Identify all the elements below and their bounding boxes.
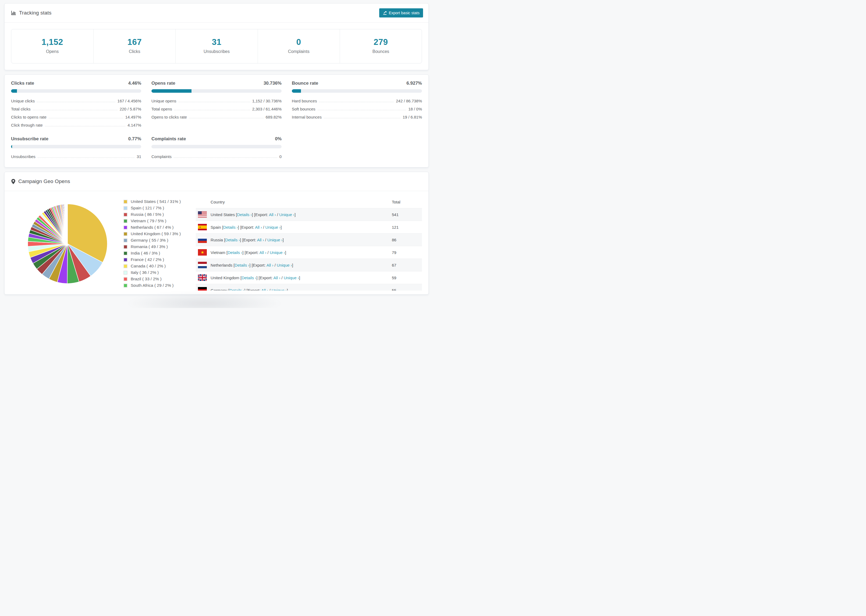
geo-details-link[interactable]: Details › [235, 263, 249, 267]
geo-export-prefix: ] [Export: [238, 225, 255, 229]
summary-stats-grid: 1,152Opens167Clicks31Unsubscribes0Compla… [11, 29, 422, 63]
geo-export-unique-link[interactable]: Unique › [277, 263, 292, 267]
legend-item-brazil[interactable]: Brazil ( 33 / 2% ) [123, 277, 181, 281]
legend-item-united-kingdom[interactable]: United Kingdom ( 59 / 3% ) [123, 231, 181, 236]
stat-value: 1,152 [14, 37, 91, 47]
geo-export-unique-link[interactable]: Unique › [270, 250, 285, 255]
stat-label: Clicks [96, 49, 173, 54]
legend-swatch [123, 277, 128, 281]
geo-export-prefix: ] [Export: [240, 237, 257, 242]
legend-label: South Africa ( 29 / 2% ) [131, 283, 173, 288]
geo-total-value: 79 [390, 246, 422, 259]
geo-details-link[interactable]: Details › [230, 288, 244, 291]
geo-country-text: Vietnam [Details ›] [Export: All › / Uni… [211, 250, 286, 255]
geo-link-separator: / [266, 250, 270, 255]
geo-country-name: Russia [ [211, 237, 225, 242]
geo-table-row-vn: Vietnam [Details ›] [Export: All › / Uni… [196, 246, 422, 259]
dotted-leader [33, 110, 118, 110]
legend-swatch [123, 219, 128, 223]
export-icon [383, 11, 387, 15]
geo-export-unique-link[interactable]: Unique › [265, 225, 281, 229]
legend-item-russia[interactable]: Russia ( 86 / 5% ) [123, 212, 181, 217]
rate-value: 0% [275, 136, 282, 141]
rate-detail-label: Unique opens [151, 99, 176, 103]
rate-section-complaints-rate: Complaints rate0%Complaints0 [151, 136, 282, 161]
geo-export-all-link[interactable]: All › [274, 275, 280, 280]
geo-details-link[interactable]: Details › [223, 225, 238, 229]
geo-export-unique-link[interactable]: Unique › [272, 288, 287, 291]
geo-bracket-close: ] [280, 225, 282, 229]
geo-export-all-link[interactable]: All › [266, 263, 274, 267]
geo-opens-label: Campaign Geo Opens [18, 178, 70, 184]
rate-progress-fill [292, 89, 301, 93]
legend-swatch [123, 206, 128, 210]
rate-detail-row: Unique clicks167 / 4.456% [11, 97, 141, 105]
legend-swatch [123, 232, 128, 236]
legend-item-netherlands[interactable]: Netherlands ( 67 / 4% ) [123, 225, 181, 230]
rate-detail-value: 31 [137, 154, 141, 159]
geo-export-all-link[interactable]: All › [257, 237, 264, 242]
rate-detail-row: Complaints0 [151, 152, 282, 161]
geo-col-total: Total [390, 196, 422, 208]
legend-label: United States ( 541 / 31% ) [131, 199, 181, 204]
geo-export-prefix: ] [Export: [256, 275, 273, 280]
geo-table-row-us: United States [Details ›] [Export: All ›… [196, 208, 422, 221]
legend-swatch [123, 258, 128, 262]
geo-total-value: 55 [390, 284, 422, 291]
rate-detail-label: Soft bounces [292, 107, 315, 111]
geo-details-link[interactable]: Details › [241, 275, 256, 280]
geo-export-unique-link[interactable]: Unique › [267, 237, 283, 242]
legend-label: Vietnam ( 79 / 5% ) [131, 218, 166, 223]
geo-bracket-close: ] [299, 275, 300, 280]
stat-value: 167 [96, 37, 173, 47]
legend-item-france[interactable]: France ( 42 / 2% ) [123, 257, 181, 262]
rate-detail-value: 167 / 4.456% [118, 99, 141, 103]
rate-detail-label: Complaints [151, 154, 172, 159]
legend-item-spain[interactable]: Spain ( 121 / 7% ) [123, 206, 181, 211]
geo-details-link[interactable]: Details › [225, 237, 240, 242]
legend-item-italy[interactable]: Italy ( 36 / 2% ) [123, 270, 181, 275]
rate-progress-fill [11, 145, 12, 148]
dotted-leader [189, 118, 264, 118]
geo-table-wrap: Country Total United States [Details ›] … [196, 196, 422, 291]
geo-export-all-link[interactable]: All › [269, 212, 276, 217]
rate-detail-value: 14.497% [125, 115, 141, 119]
legend-item-germany[interactable]: Germany ( 55 / 3% ) [123, 238, 181, 243]
export-basic-stats-button[interactable]: Export basic stats [379, 8, 423, 17]
legend-item-romania[interactable]: Romania ( 49 / 3% ) [123, 244, 181, 249]
dotted-leader [174, 157, 277, 158]
geo-export-all-link[interactable]: All › [260, 250, 266, 255]
rate-detail-value: 242 / 86.738% [396, 99, 422, 103]
rate-detail-value: 0 [279, 154, 282, 159]
geo-export-prefix: ] [Export: [252, 212, 269, 217]
geo-export-unique-link[interactable]: Unique › [279, 212, 294, 217]
geo-country-text: United States [Details ›] [Export: All ›… [211, 212, 296, 217]
geo-details-link[interactable]: Details › [228, 250, 242, 255]
rate-detail-label: Total opens [151, 107, 172, 111]
legend-item-india[interactable]: India ( 46 / 3% ) [123, 251, 181, 256]
legend-item-canada[interactable]: Canada ( 40 / 2% ) [123, 264, 181, 269]
geo-col-country: Country [196, 196, 390, 208]
stat-card-bounces: 279Bounces [340, 29, 422, 63]
rate-detail-value: 689.82% [266, 115, 282, 119]
dotted-leader [318, 110, 406, 110]
rate-progress-track [11, 89, 141, 93]
legend-swatch [123, 271, 128, 275]
tracking-stats-header: Tracking stats Export basic stats [5, 3, 428, 23]
geo-details-link[interactable]: Details › [237, 212, 252, 217]
pie-slice-other-53[interactable] [67, 204, 68, 244]
legend-item-united-states[interactable]: United States ( 541 / 31% ) [123, 199, 181, 204]
legend-item-vietnam[interactable]: Vietnam ( 79 / 5% ) [123, 218, 181, 223]
geo-export-all-link[interactable]: All › [255, 225, 262, 229]
legend-item-south-africa[interactable]: South Africa ( 29 / 2% ) [123, 283, 181, 288]
rates-body: Clicks rate4.46%Unique clicks167 / 4.456… [5, 75, 428, 167]
geo-country-text: Netherlands [Details ›] [Export: All › /… [211, 263, 293, 267]
legend-swatch [123, 212, 128, 217]
geo-country-text: Germany [Details ›] [Export: All › / Uni… [211, 288, 288, 291]
flag-us-icon [198, 211, 207, 218]
rates-grid: Clicks rate4.46%Unique clicks167 / 4.456… [11, 81, 422, 161]
rate-progress-track [292, 89, 422, 93]
geo-export-all-link[interactable]: All › [261, 288, 268, 291]
geo-export-unique-link[interactable]: Unique › [284, 275, 299, 280]
geo-table-row-nl: Netherlands [Details ›] [Export: All › /… [196, 259, 422, 272]
